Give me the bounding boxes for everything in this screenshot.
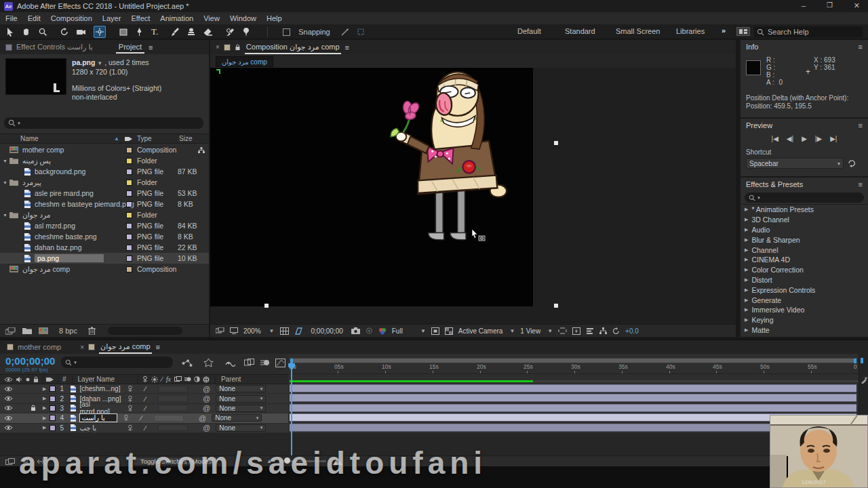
interpret-footage-icon[interactable]	[5, 327, 16, 335]
expand-arrow-icon[interactable]: ▶	[43, 386, 46, 392]
menu-window[interactable]: Window	[230, 14, 256, 22]
clone-stamp-tool[interactable]	[187, 28, 195, 36]
layer-row[interactable]: ▶ 3 [asl mzrd.png] ∕ @ None▾	[0, 404, 288, 413]
project-row[interactable]: background.png PNG file 87 KB	[0, 166, 209, 177]
preview-panel-title[interactable]: Preview	[746, 121, 772, 129]
workspace-default[interactable]: Default	[517, 27, 541, 35]
fast-previews-icon[interactable]	[572, 327, 580, 335]
effects-category[interactable]: ▶* Animation Presets	[741, 205, 868, 215]
channel-icon[interactable]	[378, 327, 387, 335]
workspace-standard[interactable]: Standard	[565, 27, 595, 35]
rectangle-tool[interactable]	[119, 28, 127, 36]
frame-blending-icon[interactable]	[244, 359, 254, 367]
eye-icon[interactable]	[4, 415, 13, 421]
tab-mother-comp[interactable]: mother comp	[18, 343, 61, 351]
project-row[interactable]: ▼ پس زمینه Folder	[0, 155, 209, 166]
comp-marker-icon[interactable]	[861, 377, 867, 384]
eye-icon[interactable]	[4, 405, 13, 411]
pixel-aspect-icon[interactable]	[558, 327, 567, 334]
collapse-switch-icon[interactable]	[127, 424, 134, 432]
cartoon-character[interactable]	[388, 70, 517, 247]
type-tool[interactable]: T.	[151, 26, 158, 37]
show-snapshot-icon[interactable]	[366, 327, 373, 334]
effects-search-input[interactable]: ▼	[745, 192, 864, 203]
resolution-dropdown[interactable]: Full▼	[392, 327, 426, 335]
workspace-libraries[interactable]: Libraries	[676, 27, 705, 35]
parent-pickwhip-icon[interactable]: @	[203, 385, 210, 393]
switch-cells[interactable]	[158, 424, 188, 431]
quality-switch-icon[interactable]: ∕	[140, 414, 142, 422]
always-preview-icon[interactable]	[216, 327, 224, 334]
reset-exposure-icon[interactable]	[612, 327, 620, 335]
snap-mask-icon[interactable]	[357, 28, 365, 36]
eraser-tool[interactable]	[203, 28, 212, 36]
expand-arrow-icon[interactable]: ▶	[43, 425, 46, 430]
timeline-panel-menu-icon[interactable]: ≡	[156, 343, 160, 351]
parent-dropdown[interactable]: None▾	[212, 414, 262, 422]
effects-category[interactable]: ▶Color Correction	[741, 265, 868, 275]
switch-cells[interactable]	[158, 386, 188, 392]
menu-help[interactable]: Help	[267, 14, 282, 22]
pen-tool[interactable]	[136, 28, 143, 36]
timeline-columns-header[interactable]: # Layer Name ∕ fx Parent	[0, 374, 288, 384]
playhead[interactable]	[288, 363, 295, 455]
collapse-switch-icon[interactable]	[127, 405, 134, 412]
transparency-grid-icon[interactable]	[445, 327, 453, 335]
selection-handle[interactable]	[264, 304, 269, 308]
effects-category[interactable]: ▶Blur & Sharpen	[741, 235, 868, 245]
selection-tool[interactable]	[7, 28, 14, 37]
trash-icon[interactable]	[88, 327, 96, 335]
menu-effect[interactable]: Effect	[131, 14, 150, 22]
hide-shy-layers-icon[interactable]	[225, 359, 236, 367]
tab-project[interactable]: Project	[116, 41, 144, 54]
minimize-button[interactable]: –	[802, 1, 806, 9]
close-tab-icon[interactable]: ×	[216, 43, 220, 51]
workspace-manager-icon[interactable]	[736, 27, 750, 36]
search-help-box[interactable]: Search Help	[754, 26, 863, 37]
switch-cells[interactable]	[154, 415, 184, 422]
pan-behind-anchor-tool[interactable]	[94, 26, 106, 38]
parent-pickwhip-icon[interactable]: @	[203, 424, 210, 432]
switch-cells[interactable]	[158, 395, 188, 402]
layer-row[interactable]: ▶ 2 [dahan ...png] ∕ @ None▾	[0, 394, 288, 403]
close-button[interactable]: ✕	[854, 1, 860, 10]
expand-arrow-icon[interactable]: ▶	[43, 405, 46, 411]
expand-layer-switches-icon[interactable]	[5, 458, 15, 465]
parent-dropdown[interactable]: None▾	[216, 424, 266, 432]
lock-icon[interactable]	[31, 405, 36, 411]
tab-effect-controls[interactable]: Effect Controls با راست	[16, 43, 93, 52]
project-row[interactable]: asle pire mard.png PNG file 53 KB	[0, 188, 209, 199]
effects-panel-title[interactable]: Effects & Presets	[746, 180, 803, 188]
restore-button[interactable]: ❐	[827, 1, 833, 9]
layer-duration-bar[interactable]	[290, 384, 856, 392]
eye-icon[interactable]	[4, 396, 13, 401]
project-row[interactable]: dahan baz.png PNG file 22 KB	[0, 242, 209, 253]
comp-panel-menu-icon[interactable]: ≡	[345, 43, 349, 52]
next-frame-button[interactable]: |▶	[815, 135, 822, 142]
layer-row[interactable]: ▶ 1 [cheshm...ng] ∕ @ None▾	[0, 384, 288, 394]
layer-row-selected[interactable]: ▶ 4 پا راست ∕ @ None▾	[0, 413, 288, 423]
project-row[interactable]: ▼ مرد جوان Folder	[0, 209, 209, 220]
collapse-switch-icon[interactable]	[127, 385, 134, 392]
time-ruler[interactable]: 0s 05s 10s 15s 20s 25s 30s 35s 40s 45s 5…	[290, 363, 868, 374]
project-row[interactable]: cheshm e basteye piemard.png PNG file 8 …	[0, 199, 209, 209]
grid-guides-icon[interactable]	[280, 327, 289, 335]
graph-editor-icon[interactable]	[275, 359, 285, 367]
quality-switch-icon[interactable]: ∕	[144, 424, 146, 432]
layer-row[interactable]: ▶ 5 پا چپ ∕ @ None▾	[0, 424, 288, 433]
rotation-tool[interactable]	[60, 28, 68, 36]
camera-tool[interactable]	[77, 28, 85, 36]
workspace-overflow-icon[interactable]: »	[722, 26, 726, 35]
project-panel-menu-icon[interactable]: ≡	[149, 43, 153, 52]
selection-handle[interactable]	[554, 304, 558, 308]
timeline-button-icon[interactable]	[586, 327, 594, 335]
selection-handle[interactable]	[554, 141, 558, 145]
previous-frame-button[interactable]: ◀|	[787, 135, 793, 142]
project-row[interactable]: mother comp Composition	[0, 144, 209, 155]
layer-name-edit-field[interactable]: پا راست	[79, 413, 117, 422]
info-panel-menu-icon[interactable]: ≡	[859, 43, 863, 51]
footage-caret-icon[interactable]: ▼	[97, 60, 102, 66]
info-panel-title[interactable]: Info	[746, 43, 758, 51]
effects-category[interactable]: ▶Keying	[741, 315, 868, 325]
parent-dropdown[interactable]: None▾	[216, 395, 266, 403]
